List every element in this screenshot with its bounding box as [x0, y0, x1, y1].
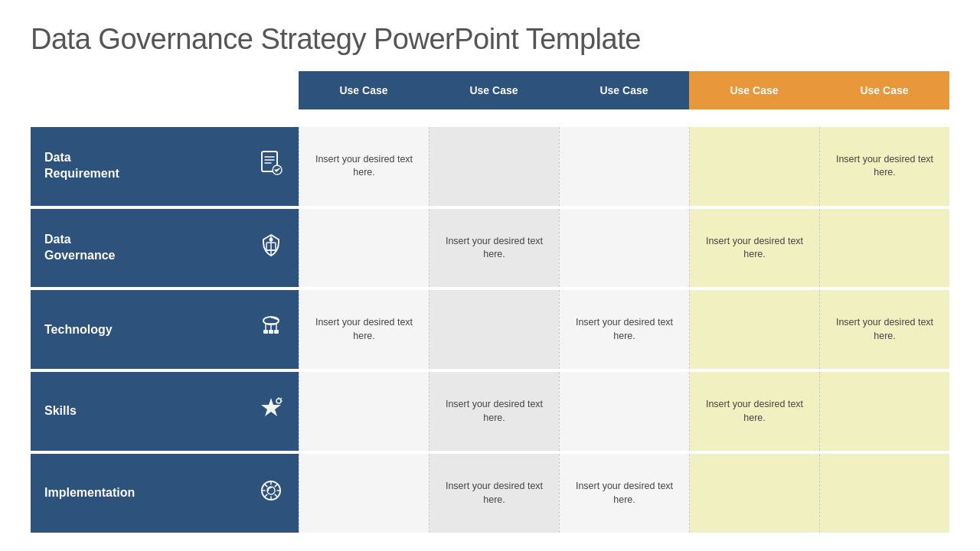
cell-r3-c3: Insert your desired text here.: [559, 290, 689, 369]
row-label-implementation: Implementation: [31, 454, 299, 533]
skills-icon: [257, 395, 285, 428]
col-header-5: Use Case: [819, 71, 949, 109]
cell-r2-c2: Insert your desired text here.: [429, 209, 559, 288]
row-label-data-requirement: DataRequirement: [31, 127, 299, 206]
cell-r1-c1: Insert your desired text here.: [299, 127, 429, 206]
row-label-text-implementation: Implementation: [44, 485, 135, 501]
row-label-text-data-governance: DataGovernance: [44, 232, 115, 264]
cell-r5-c1: [299, 454, 429, 533]
svg-rect-5: [263, 330, 268, 334]
data-governance-icon: [257, 232, 285, 265]
cell-r5-c3: Insert your desired text here.: [559, 454, 689, 533]
cell-r1-c3: [559, 127, 689, 206]
cell-r5-c5: [819, 454, 949, 533]
cell-r2-c1: [299, 209, 429, 288]
svg-line-12: [280, 398, 282, 399]
cell-r4-c2: Insert your desired text here.: [429, 372, 559, 451]
col-header-4: Use Case: [689, 71, 819, 109]
cell-r2-c4: Insert your desired text here.: [689, 209, 819, 288]
svg-point-3: [270, 237, 273, 241]
header-spacer: [31, 71, 299, 127]
page: Data Governance Strategy PowerPoint Temp…: [0, 0, 980, 551]
svg-marker-8: [261, 398, 281, 416]
svg-rect-6: [269, 330, 273, 334]
implementation-icon: [257, 477, 285, 510]
row-label-skills: Skills: [31, 372, 299, 451]
cell-r4-c5: [819, 372, 949, 451]
cell-r3-c5: Insert your desired text here.: [819, 290, 949, 369]
table-grid: Use Case Use Case Use Case Use Case Use …: [31, 71, 949, 536]
cell-r2-c5: [819, 209, 949, 288]
cell-r4-c4: Insert your desired text here.: [689, 372, 819, 451]
cell-r1-c2: [429, 127, 559, 206]
technology-icon: [257, 313, 285, 346]
cell-r2-c3: [559, 209, 689, 288]
row-label-text-technology: Technology: [44, 322, 113, 338]
cell-r3-c2: [429, 290, 559, 369]
cell-r1-c4: [689, 127, 819, 206]
col-header-3: Use Case: [559, 71, 689, 109]
cell-r1-c5: Insert your desired text here.: [819, 127, 949, 206]
col-header-1: Use Case: [299, 71, 429, 109]
cell-r5-c4: [689, 454, 819, 533]
data-requirement-icon: [257, 150, 285, 183]
cell-r4-c1: [299, 372, 429, 451]
svg-rect-7: [274, 330, 279, 334]
row-label-text-data-requirement: DataRequirement: [44, 150, 119, 182]
table-container: Use Case Use Case Use Case Use Case Use …: [31, 71, 949, 536]
col-header-2: Use Case: [429, 71, 559, 109]
cell-r3-c1: Insert your desired text here.: [299, 290, 429, 369]
row-label-data-governance: DataGovernance: [31, 209, 299, 288]
page-title: Data Governance Strategy PowerPoint Temp…: [31, 23, 949, 56]
cell-r5-c2: Insert your desired text here.: [429, 454, 559, 533]
cell-r4-c3: [559, 372, 689, 451]
row-label-text-skills: Skills: [44, 403, 77, 419]
row-label-technology: Technology: [31, 290, 299, 369]
cell-r3-c4: [689, 290, 819, 369]
